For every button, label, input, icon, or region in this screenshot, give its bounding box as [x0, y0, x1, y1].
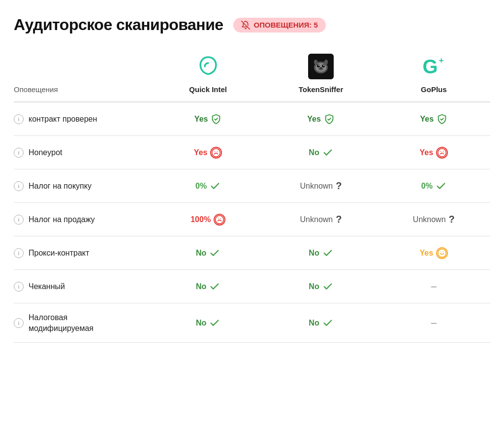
- row-label-6: i Налоговаямодифицируемая: [14, 312, 152, 333]
- info-icon-0[interactable]: i: [14, 114, 24, 124]
- info-icon-3[interactable]: i: [14, 215, 24, 225]
- table-row: i Прокси-контракт No No Yes: [14, 236, 490, 270]
- cell-value: Unknown: [413, 215, 446, 224]
- smile-yellow-icon: [436, 247, 448, 259]
- cell-value: Yes: [420, 115, 434, 124]
- cell-r2-c0: 0%: [152, 181, 264, 192]
- table-row: i Налог на покупку 0% Unknown ? 0%: [14, 169, 490, 203]
- cell-value: No: [309, 148, 319, 157]
- cell-value: Unknown: [300, 215, 333, 224]
- table-row: i Налоговаямодифицируемая No No –: [14, 303, 490, 343]
- bell-slash-icon: [241, 21, 250, 30]
- audit-table: Оповещения Quick Intel: [14, 52, 490, 343]
- cell-r5-c0: No: [152, 281, 264, 292]
- cell-value: 0%: [195, 182, 207, 191]
- cell-r0-c1: Yes: [264, 114, 377, 125]
- logo-tokensniffer: [306, 52, 336, 81]
- cell-r6-c1: No: [264, 318, 377, 328]
- col-goplus: G + GoPlus: [378, 52, 490, 94]
- check-green-icon: [210, 181, 220, 192]
- cell-r2-c2: 0%: [378, 181, 490, 192]
- cell-r6-c0: No: [152, 318, 264, 328]
- badge-text: ОПОВЕЩЕНИЯ: 5: [254, 21, 318, 29]
- cell-r4-c2: Yes: [378, 247, 490, 259]
- row-label-text-0: контракт проверен: [29, 114, 97, 125]
- row-label-3: i Налог на продажу: [14, 214, 152, 225]
- cell-r5-c1: No: [264, 281, 377, 292]
- table-row: i контракт проверен Yes Yes Yes: [14, 102, 490, 136]
- check-green-icon: [322, 147, 333, 158]
- svg-point-9: [319, 67, 322, 69]
- cell-value: No: [309, 282, 319, 291]
- row-label-5: i Чеканный: [14, 281, 152, 292]
- question-icon: ?: [336, 180, 342, 192]
- info-icon-5[interactable]: i: [14, 282, 24, 292]
- col-tokensniffer: TokenSniffer: [264, 52, 377, 94]
- svg-point-6: [318, 65, 319, 66]
- svg-point-23: [438, 249, 446, 257]
- column-label-header: Оповещения: [14, 85, 152, 94]
- question-icon: ?: [336, 214, 342, 225]
- logo-goplus: G +: [419, 52, 448, 81]
- cell-r1-c0: Yes: [152, 147, 264, 159]
- question-icon: ?: [449, 214, 455, 225]
- cell-value: No: [309, 319, 319, 328]
- cell-value: 0%: [421, 182, 433, 191]
- cell-value: No: [196, 282, 206, 291]
- notifications-badge[interactable]: ОПОВЕЩЕНИЯ: 5: [233, 18, 326, 33]
- cell-r3-c0: 100%: [152, 214, 264, 226]
- cell-r6-c2: –: [378, 317, 490, 328]
- info-icon-4[interactable]: i: [14, 248, 24, 258]
- cell-value: –: [431, 317, 437, 328]
- cell-r3-c1: Unknown ?: [264, 214, 377, 225]
- cell-r5-c2: –: [378, 281, 490, 292]
- cell-value: 100%: [190, 215, 211, 224]
- cell-value: Yes: [194, 148, 208, 157]
- cell-value: No: [196, 249, 206, 258]
- cell-r0-c0: Yes: [152, 114, 264, 125]
- page-title: Аудиторское сканирование: [14, 16, 223, 34]
- cell-r0-c2: Yes: [378, 114, 490, 125]
- sad-red-icon: [214, 214, 225, 226]
- row-label-4: i Прокси-контракт: [14, 248, 152, 259]
- check-green-icon: [436, 181, 446, 192]
- info-icon-6[interactable]: i: [14, 318, 24, 328]
- svg-text:+: +: [439, 55, 444, 65]
- table-header: Оповещения Quick Intel: [14, 52, 490, 102]
- service-name-quickintel: Quick Intel: [189, 85, 227, 94]
- svg-text:G: G: [423, 56, 438, 77]
- row-label-text-3: Налог на продажу: [29, 214, 95, 225]
- service-name-tokensniffer: TokenSniffer: [299, 85, 344, 94]
- row-label-text-2: Налог на покупку: [29, 181, 92, 192]
- info-icon-2[interactable]: i: [14, 181, 24, 191]
- col-quickintel: Quick Intel: [152, 52, 264, 94]
- cell-value: Yes: [420, 148, 434, 157]
- cell-value: No: [309, 249, 319, 258]
- check-green-icon: [322, 281, 333, 292]
- row-label-1: i Honeypot: [14, 147, 152, 158]
- table-row: i Чеканный No No –: [14, 270, 490, 303]
- table-body: i контракт проверен Yes Yes Yes: [14, 102, 490, 343]
- shield-green-icon: [324, 114, 335, 125]
- cell-value: Yes: [194, 115, 208, 124]
- cell-value: Yes: [307, 115, 321, 124]
- cell-r3-c2: Unknown ?: [378, 214, 490, 225]
- row-label-text-6: Налоговаямодифицируемая: [29, 312, 94, 333]
- service-name-goplus: GoPlus: [421, 85, 447, 94]
- sad-red-icon: [210, 147, 222, 159]
- row-label-text-5: Чеканный: [29, 281, 65, 292]
- info-icon-1[interactable]: i: [14, 148, 24, 158]
- cell-value: No: [196, 319, 206, 328]
- cell-value: –: [431, 281, 437, 292]
- cell-r4-c0: No: [152, 248, 264, 259]
- check-green-icon: [209, 281, 220, 292]
- logo-quickintel: [193, 52, 223, 81]
- check-green-icon: [322, 318, 333, 328]
- row-label-text-4: Прокси-контракт: [29, 248, 89, 259]
- row-label-text-1: Honeypot: [29, 147, 63, 158]
- table-row: i Honeypot Yes No Yes: [14, 136, 490, 169]
- cell-value: Unknown: [300, 182, 333, 191]
- header: Аудиторское сканирование ОПОВЕЩЕНИЯ: 5: [14, 16, 490, 34]
- row-label-2: i Налог на покупку: [14, 181, 152, 192]
- shield-green-icon: [211, 114, 221, 125]
